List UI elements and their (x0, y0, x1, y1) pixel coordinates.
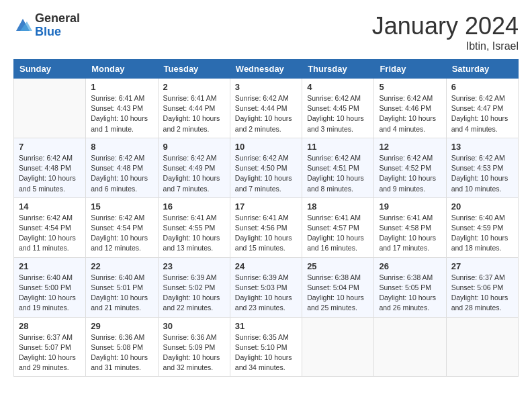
day-number: 22 (91, 261, 152, 271)
day-info: Sunrise: 6:40 AMSunset: 5:00 PMDaylight:… (19, 273, 81, 314)
day-number: 5 (379, 82, 441, 92)
calendar-cell: 27Sunrise: 6:37 AMSunset: 5:06 PMDayligh… (446, 257, 518, 317)
calendar-week-row: 14Sunrise: 6:42 AMSunset: 4:54 PMDayligh… (14, 197, 519, 257)
day-number: 1 (91, 82, 152, 92)
calendar-cell: 14Sunrise: 6:42 AMSunset: 4:54 PMDayligh… (14, 197, 86, 257)
day-info: Sunrise: 6:40 AMSunset: 5:01 PMDaylight:… (91, 273, 152, 314)
calendar-cell: 19Sunrise: 6:41 AMSunset: 4:58 PMDayligh… (374, 197, 446, 257)
title-section: January 2024 Ibtin, Israel (372, 12, 519, 52)
day-info: Sunrise: 6:37 AMSunset: 5:06 PMDaylight:… (451, 273, 513, 314)
day-info: Sunrise: 6:35 AMSunset: 5:10 PMDaylight:… (235, 332, 297, 373)
weekday-header-sunday: Sunday (14, 60, 86, 79)
calendar-cell: 4Sunrise: 6:42 AMSunset: 4:45 PMDaylight… (302, 79, 374, 138)
calendar-cell: 29Sunrise: 6:36 AMSunset: 5:08 PMDayligh… (86, 317, 158, 377)
day-number: 11 (307, 142, 369, 152)
day-info: Sunrise: 6:37 AMSunset: 5:07 PMDaylight:… (19, 332, 81, 373)
day-info: Sunrise: 6:42 AMSunset: 4:48 PMDaylight:… (91, 153, 152, 194)
day-info: Sunrise: 6:42 AMSunset: 4:48 PMDaylight:… (19, 153, 81, 194)
day-number: 4 (307, 82, 369, 92)
day-info: Sunrise: 6:42 AMSunset: 4:49 PMDaylight:… (163, 153, 225, 194)
day-number: 19 (379, 201, 441, 212)
day-info: Sunrise: 6:42 AMSunset: 4:44 PMDaylight:… (235, 93, 297, 134)
calendar-cell: 1Sunrise: 6:41 AMSunset: 4:43 PMDaylight… (86, 79, 158, 138)
weekday-header-thursday: Thursday (302, 60, 374, 79)
day-number: 21 (19, 261, 81, 271)
calendar-cell: 20Sunrise: 6:40 AMSunset: 4:59 PMDayligh… (446, 197, 518, 257)
logo-icon (13, 16, 32, 35)
calendar-cell: 24Sunrise: 6:39 AMSunset: 5:03 PMDayligh… (230, 257, 302, 317)
day-number: 26 (379, 261, 441, 271)
calendar-week-row: 1Sunrise: 6:41 AMSunset: 4:43 PMDaylight… (14, 79, 519, 138)
logo-general-text: General (35, 12, 80, 26)
calendar-cell: 7Sunrise: 6:42 AMSunset: 4:48 PMDaylight… (14, 138, 86, 197)
day-number: 3 (235, 82, 297, 92)
day-number: 20 (451, 201, 513, 212)
day-info: Sunrise: 6:42 AMSunset: 4:45 PMDaylight:… (307, 93, 369, 134)
calendar-cell: 28Sunrise: 6:37 AMSunset: 5:07 PMDayligh… (14, 317, 86, 377)
day-info: Sunrise: 6:42 AMSunset: 4:51 PMDaylight:… (307, 153, 369, 194)
calendar-cell: 23Sunrise: 6:39 AMSunset: 5:02 PMDayligh… (158, 257, 230, 317)
day-number: 12 (379, 142, 441, 152)
day-number: 6 (451, 82, 513, 92)
day-number: 7 (19, 142, 81, 152)
day-number: 28 (19, 321, 81, 331)
day-info: Sunrise: 6:42 AMSunset: 4:50 PMDaylight:… (235, 153, 297, 194)
calendar-cell: 25Sunrise: 6:38 AMSunset: 5:04 PMDayligh… (302, 257, 374, 317)
calendar-cell: 9Sunrise: 6:42 AMSunset: 4:49 PMDaylight… (158, 138, 230, 197)
calendar-cell: 3Sunrise: 6:42 AMSunset: 4:44 PMDaylight… (230, 79, 302, 138)
calendar-week-row: 28Sunrise: 6:37 AMSunset: 5:07 PMDayligh… (14, 317, 519, 377)
day-info: Sunrise: 6:39 AMSunset: 5:03 PMDaylight:… (235, 273, 297, 314)
day-info: Sunrise: 6:42 AMSunset: 4:54 PMDaylight:… (91, 213, 152, 254)
day-number: 9 (163, 142, 225, 152)
weekday-header-tuesday: Tuesday (158, 60, 230, 79)
day-number: 14 (19, 201, 81, 212)
month-title: January 2024 (372, 12, 519, 40)
calendar-cell: 6Sunrise: 6:42 AMSunset: 4:47 PMDaylight… (446, 79, 518, 138)
day-info: Sunrise: 6:41 AMSunset: 4:55 PMDaylight:… (163, 213, 225, 254)
calendar-table: SundayMondayTuesdayWednesdayThursdayFrid… (13, 59, 519, 377)
day-info: Sunrise: 6:36 AMSunset: 5:08 PMDaylight:… (91, 332, 152, 373)
day-number: 30 (163, 321, 225, 331)
day-info: Sunrise: 6:42 AMSunset: 4:47 PMDaylight:… (451, 93, 513, 134)
day-info: Sunrise: 6:41 AMSunset: 4:56 PMDaylight:… (235, 213, 297, 254)
weekday-header-row: SundayMondayTuesdayWednesdayThursdayFrid… (14, 60, 519, 79)
day-info: Sunrise: 6:41 AMSunset: 4:58 PMDaylight:… (379, 213, 441, 254)
day-info: Sunrise: 6:39 AMSunset: 5:02 PMDaylight:… (163, 273, 225, 314)
calendar-cell: 11Sunrise: 6:42 AMSunset: 4:51 PMDayligh… (302, 138, 374, 197)
logo-text: General Blue (35, 12, 80, 39)
calendar-cell: 21Sunrise: 6:40 AMSunset: 5:00 PMDayligh… (14, 257, 86, 317)
logo: General Blue (13, 12, 80, 39)
day-number: 23 (163, 261, 225, 271)
day-info: Sunrise: 6:42 AMSunset: 4:54 PMDaylight:… (19, 213, 81, 254)
calendar-cell: 15Sunrise: 6:42 AMSunset: 4:54 PMDayligh… (86, 197, 158, 257)
calendar-cell: 5Sunrise: 6:42 AMSunset: 4:46 PMDaylight… (374, 79, 446, 138)
day-info: Sunrise: 6:41 AMSunset: 4:43 PMDaylight:… (91, 93, 152, 134)
day-number: 17 (235, 201, 297, 212)
calendar-cell: 12Sunrise: 6:42 AMSunset: 4:52 PMDayligh… (374, 138, 446, 197)
day-info: Sunrise: 6:42 AMSunset: 4:53 PMDaylight:… (451, 153, 513, 194)
page-header: General Blue January 2024 Ibtin, Israel (13, 12, 519, 52)
calendar-cell: 18Sunrise: 6:41 AMSunset: 4:57 PMDayligh… (302, 197, 374, 257)
calendar-cell: 13Sunrise: 6:42 AMSunset: 4:53 PMDayligh… (446, 138, 518, 197)
location-text: Ibtin, Israel (372, 40, 519, 52)
calendar-cell: 22Sunrise: 6:40 AMSunset: 5:01 PMDayligh… (86, 257, 158, 317)
calendar-cell (446, 317, 518, 377)
day-number: 29 (91, 321, 152, 331)
weekday-header-monday: Monday (86, 60, 158, 79)
day-number: 15 (91, 201, 152, 212)
day-info: Sunrise: 6:41 AMSunset: 4:44 PMDaylight:… (163, 93, 225, 134)
day-number: 31 (235, 321, 297, 331)
weekday-header-saturday: Saturday (446, 60, 518, 79)
day-number: 16 (163, 201, 225, 212)
calendar-cell: 17Sunrise: 6:41 AMSunset: 4:56 PMDayligh… (230, 197, 302, 257)
calendar-cell: 26Sunrise: 6:38 AMSunset: 5:05 PMDayligh… (374, 257, 446, 317)
day-number: 24 (235, 261, 297, 271)
day-number: 18 (307, 201, 369, 212)
calendar-cell: 10Sunrise: 6:42 AMSunset: 4:50 PMDayligh… (230, 138, 302, 197)
day-number: 2 (163, 82, 225, 92)
calendar-cell: 2Sunrise: 6:41 AMSunset: 4:44 PMDaylight… (158, 79, 230, 138)
calendar-cell (302, 317, 374, 377)
calendar-cell: 8Sunrise: 6:42 AMSunset: 4:48 PMDaylight… (86, 138, 158, 197)
calendar-cell: 31Sunrise: 6:35 AMSunset: 5:10 PMDayligh… (230, 317, 302, 377)
calendar-page: General Blue January 2024 Ibtin, Israel … (0, 0, 532, 383)
